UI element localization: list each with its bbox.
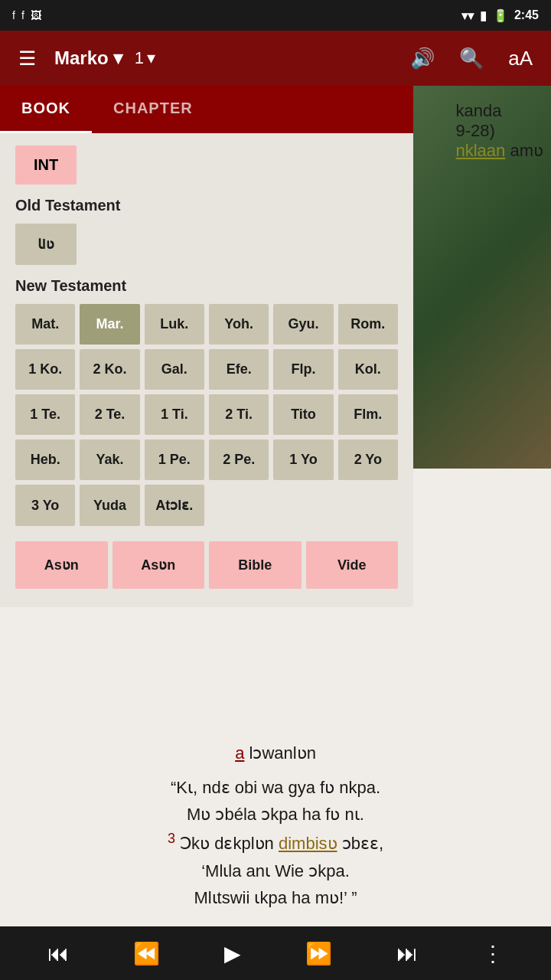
book-flp[interactable]: Flp. xyxy=(273,349,333,390)
battery-icon: 🔋 xyxy=(493,8,508,23)
book-1ko[interactable]: 1 Ko. xyxy=(15,349,75,390)
ot-books-grid: Ɩlʋ xyxy=(15,224,398,265)
action-vide[interactable]: Vide xyxy=(306,541,399,589)
signal-icon: ▮ xyxy=(480,8,487,23)
chapter-selector[interactable]: 1 ▾ xyxy=(135,48,155,68)
bottom-nav: ⏮ ⏪ ▶ ⏩ ⏭ ⋮ xyxy=(0,926,551,980)
book-1yo[interactable]: 1 Yo xyxy=(273,439,333,480)
book-3yo[interactable]: 3 Yo xyxy=(15,485,75,526)
dropdown-content: INT Old Testament Ɩlʋ New Testament Mat.… xyxy=(0,133,413,607)
verse-line-4: ‘Mlɩla anɩ Wie ɔkpa. xyxy=(46,858,505,884)
book-mat[interactable]: Mat. xyxy=(15,304,75,345)
book-tito[interactable]: Tito xyxy=(273,394,333,435)
facebook-icon-1: f xyxy=(12,9,15,21)
verse-3b-text: ɔbɛɛ, xyxy=(342,834,383,853)
tab-book[interactable]: BOOK xyxy=(0,86,92,133)
book-dropdown-panel: BOOK CHAPTER INT Old Testament Ɩlʋ New T… xyxy=(0,86,413,607)
new-testament-header: New Testament xyxy=(15,277,398,295)
status-bar: f f 🖼 ▾▾ ▮ 🔋 2:45 xyxy=(0,0,551,31)
book-efe[interactable]: Efe. xyxy=(209,349,269,390)
accent-suffix: amʋ xyxy=(510,141,543,160)
chapter-dropdown-icon: ▾ xyxy=(147,48,155,68)
book-2te[interactable]: 2 Te. xyxy=(80,394,139,435)
book-selector[interactable]: Marko ▾ xyxy=(54,47,122,69)
dropdown-tabs: BOOK CHAPTER xyxy=(0,86,413,133)
more-options-button[interactable]: ⋮ xyxy=(476,935,510,972)
action-buttons: Asʋn Asʋn Bible Vide xyxy=(15,541,398,595)
status-right: ▾▾ ▮ 🔋 2:45 xyxy=(461,8,539,23)
int-button[interactable]: INT xyxy=(15,145,77,185)
book-gal[interactable]: Gal. xyxy=(145,349,204,390)
verse-ref-suffix: lɔwanlʋn xyxy=(249,743,316,763)
rewind-button[interactable]: ⏪ xyxy=(127,935,166,972)
image-icon: 🖼 xyxy=(31,9,41,21)
verse-3-text: Ɔkʋ dɛkplʋn xyxy=(180,834,274,853)
nt-books-grid: Mat. Mar. Luk. Yoh. Gyu. Rom. 1 Ko. 2 Ko… xyxy=(15,304,398,526)
book-2ko[interactable]: 2 Ko. xyxy=(80,349,139,390)
action-asun-1[interactable]: Asʋn xyxy=(15,541,108,589)
book-kol[interactable]: Kol. xyxy=(338,349,398,390)
verse-link-ref[interactable]: a lɔwanlʋn xyxy=(46,740,505,766)
book-dropdown-icon: ▾ xyxy=(113,47,122,69)
book-mar[interactable]: Mar. xyxy=(80,304,139,345)
book-atole[interactable]: Atɔlɛ. xyxy=(145,485,204,526)
top-right-text: kanda 9-28) nklaan amʋ xyxy=(448,86,551,176)
book-1pe[interactable]: 1 Pe. xyxy=(145,439,204,480)
book-yuda[interactable]: Yuda xyxy=(80,485,139,526)
chapter-number: 1 xyxy=(135,48,144,68)
verse-highlight[interactable]: dimbisʋ xyxy=(279,834,337,853)
book-yoh[interactable]: Yoh. xyxy=(209,304,269,345)
book-luk[interactable]: Luk. xyxy=(145,304,204,345)
chapter-accent: nklaan amʋ xyxy=(455,141,543,161)
chapter-ref-text: kanda xyxy=(455,101,501,120)
book-2ti[interactable]: 2 Ti. xyxy=(209,394,269,435)
verse-line-2: Mʋ ɔbéla ɔkpa ha fʋ nɩ. xyxy=(46,801,505,828)
book-2yo[interactable]: 2 Yo xyxy=(338,439,398,480)
fast-forward-button[interactable]: ⏩ xyxy=(299,935,338,972)
font-button[interactable]: aA xyxy=(502,44,539,74)
chapter-reference-2: 9-28) xyxy=(455,121,543,141)
book-ilv[interactable]: Ɩlʋ xyxy=(15,224,77,265)
book-rom[interactable]: Rom. xyxy=(338,304,398,345)
skip-back-button[interactable]: ⏮ xyxy=(41,935,75,972)
search-button[interactable]: 🔍 xyxy=(453,44,490,74)
time-display: 2:45 xyxy=(514,8,539,22)
book-heb[interactable]: Heb. xyxy=(15,439,75,480)
verse-line-5: Mlɩtswii ɩkpa ha mʋ!’ ” xyxy=(46,884,505,911)
old-testament-header: Old Testament xyxy=(15,197,398,214)
status-left-icons: f f 🖼 xyxy=(12,9,41,21)
book-yak[interactable]: Yak. xyxy=(80,439,139,480)
facebook-icon-2: f xyxy=(21,9,24,21)
bible-text-content: a lɔwanlʋn “Kɩ, ndɛ obi wa gya fʋ nkpa. … xyxy=(0,724,551,926)
chapter-reference-1: kanda xyxy=(455,101,543,121)
skip-forward-button[interactable]: ⏭ xyxy=(390,935,424,972)
book-2pe[interactable]: 2 Pe. xyxy=(209,439,269,480)
verse-line-1: “Kɩ, ndɛ obi wa gya fʋ nkpa. xyxy=(46,774,505,801)
play-button[interactable]: ▶ xyxy=(218,935,247,972)
action-bible[interactable]: Bible xyxy=(209,541,302,589)
verse-line-3: 3 Ɔkʋ dɛkplʋn dimbisʋ ɔbɛɛ, xyxy=(46,828,505,858)
accent-word: nklaan xyxy=(455,141,505,160)
book-1te[interactable]: 1 Te. xyxy=(15,394,75,435)
book-flm[interactable]: Flm. xyxy=(338,394,398,435)
wifi-icon: ▾▾ xyxy=(461,8,474,23)
toolbar: ☰ Marko ▾ 1 ▾ 🔊 🔍 aA xyxy=(0,31,551,86)
menu-button[interactable]: ☰ xyxy=(12,44,42,74)
book-gyu[interactable]: Gyu. xyxy=(273,304,333,345)
verse-anchor: a xyxy=(235,743,244,763)
verse-number-3: 3 xyxy=(168,831,175,846)
action-asun-2[interactable]: Asʋn xyxy=(112,541,205,589)
verse-content: a lɔwanlʋn “Kɩ, ndɛ obi wa gya fʋ nkpa. … xyxy=(46,740,505,911)
book-title: Marko xyxy=(54,47,109,69)
book-1ti[interactable]: 1 Ti. xyxy=(145,394,204,435)
volume-button[interactable]: 🔊 xyxy=(404,44,441,74)
tab-chapter[interactable]: CHAPTER xyxy=(92,86,214,133)
